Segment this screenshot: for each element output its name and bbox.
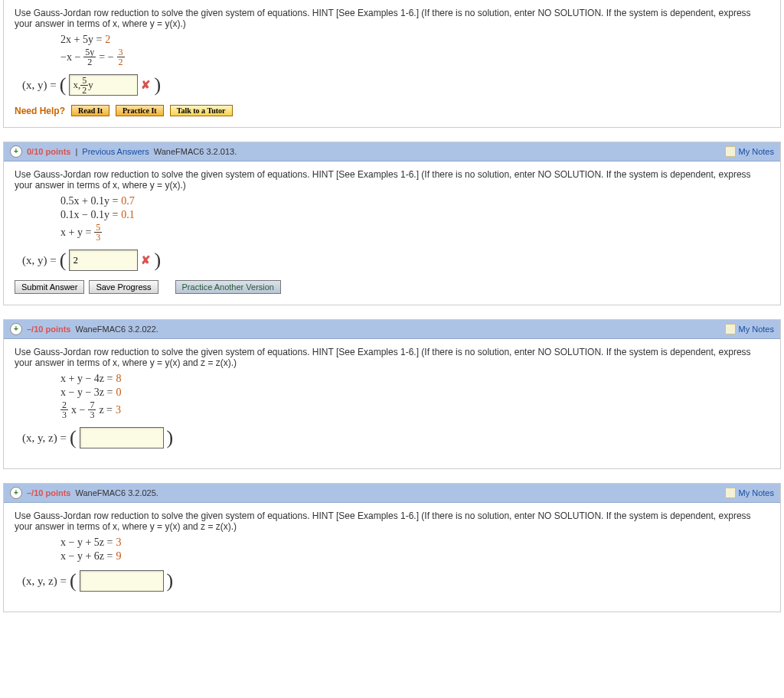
left-paren: ( <box>70 428 77 448</box>
eq2-rhs: 0.1 <box>121 209 135 221</box>
answer-input[interactable] <box>69 250 138 271</box>
answer-row: (x, y) = ( x, 5 2 y ✘ ) <box>22 74 769 96</box>
practice-it-button[interactable]: Practice It <box>116 105 164 116</box>
expand-icon[interactable]: + <box>10 323 22 335</box>
eq1-rhs: 2 <box>105 34 110 46</box>
answer-input-display[interactable]: x, 5 2 y <box>69 74 138 96</box>
points-label: 0/10 points <box>27 147 70 156</box>
frac-den: 3 <box>94 233 102 242</box>
answer-label: (x, y, z) = <box>22 575 67 588</box>
eq1-rhs: 0.7 <box>121 195 135 207</box>
need-help-row: Need Help? Read It Practice It Talk to a… <box>15 105 769 116</box>
equation-block: 0.5x + 0.1y = 0.7 0.1x − 0.1y = 0.1 x + … <box>60 195 769 242</box>
notes-label: My Notes <box>739 325 774 334</box>
eq2-lhs-a: −x − <box>60 51 80 64</box>
previous-answers-link[interactable]: Previous Answers <box>82 147 149 156</box>
my-notes-link[interactable]: My Notes <box>725 324 774 334</box>
left-paren: ( <box>60 75 67 95</box>
question-header: + –/10 points WaneFMAC6 3.2.022. My Note… <box>4 320 780 339</box>
submit-answer-button[interactable]: Submit Answer <box>15 280 84 294</box>
answer-row: (x, y) = ( ✘ ) <box>22 250 769 271</box>
note-icon <box>725 324 736 334</box>
frac-den: 3 <box>60 410 68 419</box>
my-notes-link[interactable]: My Notes <box>725 146 774 157</box>
read-it-button[interactable]: Read It <box>71 105 109 116</box>
left-paren: ( <box>70 571 77 591</box>
answer-row: (x, y, z) = ( ) <box>22 570 769 592</box>
answer-suffix: y <box>88 79 93 91</box>
answer-label: (x, y) = <box>22 79 57 92</box>
eq1-rhs: 3 <box>116 537 121 549</box>
eq1-lhs: 2x + 5y = <box>60 34 102 46</box>
right-paren: ) <box>154 75 161 95</box>
eq1-rhs: 8 <box>116 373 121 385</box>
reference-id: WaneFMAC6 3.2.022. <box>75 325 158 334</box>
frac-den: 2 <box>117 57 125 67</box>
need-help-label: Need Help? <box>15 106 65 116</box>
right-paren: ) <box>167 571 174 591</box>
question-prompt: Use Gauss-Jordan row reduction to solve … <box>15 347 769 368</box>
frac-den: 2 <box>86 57 93 67</box>
expand-icon[interactable]: + <box>10 487 22 499</box>
eq1-lhs: x − y + 5z = <box>60 537 113 549</box>
reference-id: WaneFMAC6 3.2.013. <box>154 147 237 156</box>
question-1: Use Gauss-Jordan row reduction to solve … <box>3 0 781 128</box>
eq2-mid: = − <box>99 51 113 64</box>
points-label: –/10 points <box>27 325 70 334</box>
frac-num: 5 <box>80 76 88 86</box>
eq3-frac-b: 7 3 <box>88 400 96 419</box>
answer-input[interactable] <box>80 570 164 592</box>
question-prompt: Use Gauss-Jordan row reduction to solve … <box>15 510 769 532</box>
eq2-lhs: x − y − 3z = <box>60 387 113 399</box>
points-label: –/10 points <box>27 488 70 497</box>
reference-id: WaneFMAC6 3.2.025. <box>75 488 158 497</box>
answer-value-part: x, <box>73 79 80 91</box>
talk-to-tutor-button[interactable]: Talk to a Tutor <box>170 105 233 116</box>
notes-label: My Notes <box>739 147 774 156</box>
eq2-rhs: 9 <box>116 550 121 563</box>
action-buttons: Submit Answer Save Progress Practice Ano… <box>15 280 769 294</box>
left-paren: ( <box>60 250 67 270</box>
question-prompt: Use Gauss-Jordan row reduction to solve … <box>15 8 769 29</box>
eq2-lhs: 0.1x − 0.1y = <box>60 209 118 221</box>
answer-label: (x, y, z) = <box>22 432 67 445</box>
eq3-frac-a: 2 3 <box>60 400 68 419</box>
equation-block: 2x + 5y = 2 −x − 5y 2 = − 3 2 <box>60 34 769 67</box>
eq3-end: z = <box>99 404 113 416</box>
right-paren: ) <box>154 250 161 270</box>
frac-den: 2 <box>80 86 88 95</box>
eq3-mid: x − <box>71 404 85 416</box>
eq2-lhs: x − y + 6z = <box>60 550 113 563</box>
question-header: + –/10 points WaneFMAC6 3.2.025. My Note… <box>4 484 780 503</box>
right-paren: ) <box>167 428 174 448</box>
answer-row: (x, y, z) = ( ) <box>22 427 769 448</box>
question-2: + 0/10 points | Previous Answers WaneFMA… <box>3 142 781 305</box>
eq3-frac: 5 3 <box>94 223 102 242</box>
answer-input[interactable] <box>80 427 164 448</box>
note-icon <box>725 146 736 157</box>
frac-den: 3 <box>88 410 96 419</box>
question-3: + –/10 points WaneFMAC6 3.2.022. My Note… <box>3 319 781 469</box>
expand-icon[interactable]: + <box>10 145 22 158</box>
eq2-rhs: 0 <box>116 387 121 399</box>
my-notes-link[interactable]: My Notes <box>725 488 774 498</box>
answer-frac: 5 2 <box>80 76 88 95</box>
question-4: + –/10 points WaneFMAC6 3.2.025. My Note… <box>3 483 781 612</box>
eq2-frac-left: 5y 2 <box>83 47 96 67</box>
eq3-lhs: x + y = <box>60 227 91 239</box>
wrong-icon: ✘ <box>141 78 151 92</box>
question-prompt: Use Gauss-Jordan row reduction to solve … <box>15 169 769 191</box>
question-header: + 0/10 points | Previous Answers WaneFMA… <box>4 142 780 161</box>
wrong-icon: ✘ <box>141 253 151 267</box>
eq1-lhs: 0.5x + 0.1y = <box>60 195 118 207</box>
notes-label: My Notes <box>739 488 774 497</box>
practice-another-button[interactable]: Practice Another Version <box>175 280 281 294</box>
eq3-rhs: 3 <box>116 404 121 416</box>
eq1-lhs: x + y − 4z = <box>60 373 113 385</box>
answer-label: (x, y) = <box>22 254 57 267</box>
save-progress-button[interactable]: Save Progress <box>89 280 158 294</box>
equation-block: x + y − 4z = 8 x − y − 3z = 0 2 3 x − 7 … <box>60 373 769 419</box>
note-icon <box>725 488 736 498</box>
equation-block: x − y + 5z = 3 x − y + 6z = 9 <box>60 537 769 563</box>
eq2-frac-right: 3 2 <box>117 47 125 67</box>
